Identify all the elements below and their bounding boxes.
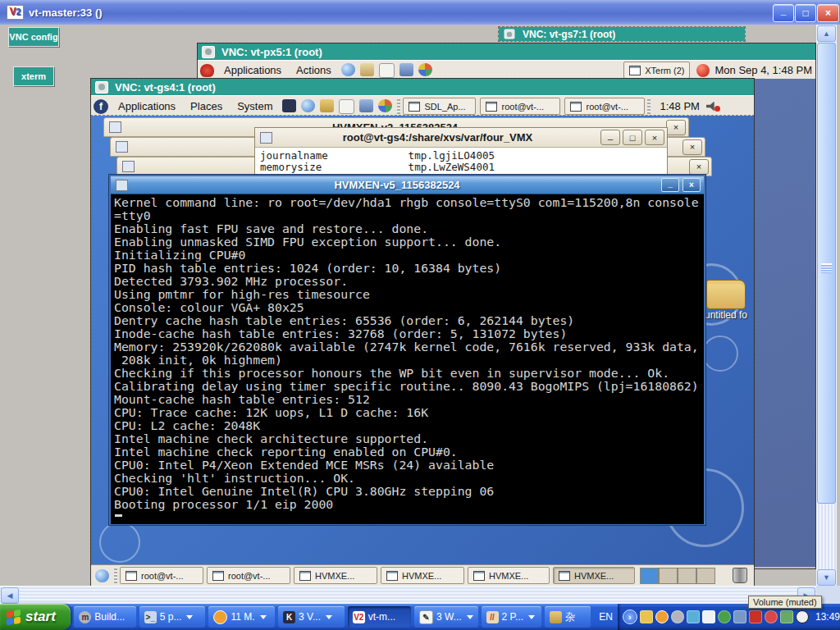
chat-icon[interactable]: [702, 610, 715, 623]
panel-handle[interactable]: [647, 99, 651, 114]
close-icon: ×: [673, 122, 678, 132]
workspace-4[interactable]: [696, 568, 715, 584]
gs4-menu-system[interactable]: System: [230, 100, 280, 112]
antivirus-icon[interactable]: [749, 610, 762, 623]
taskbar-item-build[interactable]: mBuild...: [74, 606, 135, 628]
volume-applet-icon[interactable]: [706, 101, 720, 112]
taskbtn-root1[interactable]: root@vt-...: [120, 567, 203, 584]
panel-handle[interactable]: [397, 99, 400, 114]
taskbar-item-putty-group[interactable]: >_5 p...: [139, 606, 206, 628]
terminal-icon[interactable]: [282, 99, 296, 112]
mail-icon[interactable]: [640, 610, 653, 623]
hvmxen-v5-terminal[interactable]: Kernel command line: ro root=/dev/hda1 r…: [111, 194, 704, 524]
hvmxen-v5-titlebar[interactable]: HVMXEN-v5_1156382524 _ ×: [111, 176, 704, 194]
chevron-down-icon: [186, 615, 193, 619]
writer-icon[interactable]: [379, 63, 395, 78]
display-icon[interactable]: [733, 610, 746, 623]
vnc-window-icon: [504, 30, 515, 39]
update-icon[interactable]: [780, 610, 793, 623]
minimize-button[interactable]: _: [773, 4, 794, 22]
horizontal-scrollbar[interactable]: ◀ ▶: [0, 586, 816, 604]
screenshot-icon[interactable]: [359, 99, 373, 112]
taskbtn-hvmxe3[interactable]: HVMXE...: [468, 567, 550, 584]
writer-icon[interactable]: [339, 99, 354, 114]
minimize-button[interactable]: _: [661, 178, 679, 192]
folder-icon: [550, 611, 562, 623]
screenshot-icon[interactable]: [399, 63, 413, 76]
vnc-config-button[interactable]: VNC config: [8, 27, 59, 47]
email-icon[interactable]: [320, 99, 334, 112]
alert-notification-icon[interactable]: [696, 64, 710, 77]
vnc-px5-titlebar[interactable]: VNC: vt-px5:1 (root): [198, 43, 815, 60]
timer-icon[interactable]: [796, 610, 809, 623]
vnc-gs4-titlebar[interactable]: VNC: vt-gs4:1 (root): [91, 79, 754, 95]
vertical-scroll-thumb[interactable]: [817, 43, 836, 504]
terminal-line: Memory: 253920k/262080k available (2747k…: [114, 340, 704, 354]
gs4-task-root1[interactable]: root@vt-...: [480, 98, 560, 115]
gs4-menu-places[interactable]: Places: [183, 100, 230, 112]
desktop-folder-icon[interactable]: untitled fo: [700, 280, 752, 321]
start-button[interactable]: start: [0, 604, 71, 630]
px5-task-xterm[interactable]: XTerm (2): [623, 62, 690, 79]
impress-icon[interactable]: [378, 99, 392, 112]
taskbtn-hvmxe1[interactable]: HVMXE...: [294, 567, 377, 584]
redhat-menu-icon[interactable]: [200, 64, 214, 77]
px5-menu-actions[interactable]: Actions: [289, 64, 339, 76]
maximize-button[interactable]: □: [623, 130, 642, 145]
workspace-1[interactable]: [640, 568, 659, 584]
workspace-3[interactable]: [678, 568, 696, 584]
taskbar-item-clock-group[interactable]: 11 M.: [208, 606, 275, 628]
minimize-button[interactable]: _: [600, 130, 620, 145]
files-icon[interactable]: [360, 63, 374, 76]
vnc-gs7-titlebar[interactable]: VNC: vt-gs7:1 (root): [499, 27, 745, 41]
taskbar-item-vnc-group[interactable]: K3 V...: [278, 606, 345, 628]
vnc-window-icon: [202, 46, 215, 58]
mozilla-icon[interactable]: [671, 610, 684, 623]
window-titlebar[interactable]: V2 vt-master:33 (): [0, 0, 840, 25]
terminal-line: CPU: L2 cache: 2048K: [114, 419, 704, 432]
browser-icon[interactable]: [301, 99, 315, 112]
xterm-button[interactable]: xterm: [13, 66, 54, 86]
language-indicator[interactable]: EN: [599, 611, 613, 623]
vertical-scrollbar[interactable]: ▲ ▼: [816, 25, 837, 586]
fedora-menu-icon[interactable]: f: [94, 99, 108, 114]
taskbar-item-vt-master[interactable]: V2vt-m...: [348, 606, 411, 628]
workspace-2[interactable]: [659, 568, 678, 584]
clock-icon[interactable]: [655, 610, 669, 623]
messenger-icon[interactable]: [687, 610, 700, 623]
close-button[interactable]: ×: [817, 4, 839, 22]
panel-handle[interactable]: [114, 568, 117, 583]
scroll-left-button[interactable]: ◀: [1, 587, 19, 604]
close-button[interactable]: ×: [682, 139, 702, 155]
taskbar-item-paint-group[interactable]: //2 P...: [482, 606, 542, 628]
gs4-bottom-panel: root@vt-... root@vt-... HVMXE... HVMXE..…: [91, 564, 754, 587]
volume-muted-icon[interactable]: [765, 610, 778, 623]
terminal-line: Calibrating delay using timer specific r…: [114, 380, 704, 393]
close-button[interactable]: ×: [689, 159, 709, 175]
desktop-folder-label: untitled fo: [700, 309, 752, 321]
close-button[interactable]: ×: [682, 178, 701, 192]
scroll-down-button[interactable]: ▼: [817, 569, 836, 586]
four-vmx-titlebar[interactable]: root@vt-gs4:/share/xvs/var/four_VMX _ □ …: [255, 128, 667, 148]
maximize-button[interactable]: □: [795, 4, 816, 22]
taskbar-item-folder[interactable]: 杂: [545, 606, 591, 628]
scroll-up-button[interactable]: ▲: [817, 25, 836, 42]
taskbar-item-notepad-group[interactable]: ✎3 W...: [414, 606, 478, 628]
gs4-menu-applications[interactable]: Applications: [111, 100, 183, 112]
workspace-switcher[interactable]: [640, 568, 715, 584]
taskbtn-hvmxe2[interactable]: HVMXE...: [381, 567, 464, 584]
taskbtn-root2[interactable]: root@vt-...: [207, 567, 290, 584]
network-icon[interactable]: [718, 610, 731, 623]
gs4-task-sdl[interactable]: SDL_Ap...: [403, 98, 476, 115]
trash-icon[interactable]: [733, 568, 747, 583]
browser-icon[interactable]: [341, 63, 355, 76]
minimize-icon: _: [668, 179, 673, 188]
show-desktop-icon[interactable]: [95, 569, 109, 582]
taskbtn-hvmxe4-active[interactable]: HVMXE...: [553, 567, 635, 584]
gs4-task-root2[interactable]: root@vt-...: [564, 98, 645, 115]
px5-menu-applications[interactable]: Applications: [217, 64, 289, 76]
impress-icon[interactable]: [418, 63, 432, 76]
close-button[interactable]: ×: [666, 120, 686, 135]
tray-chevron-icon[interactable]: ›: [623, 609, 637, 624]
close-button[interactable]: ×: [645, 130, 664, 145]
